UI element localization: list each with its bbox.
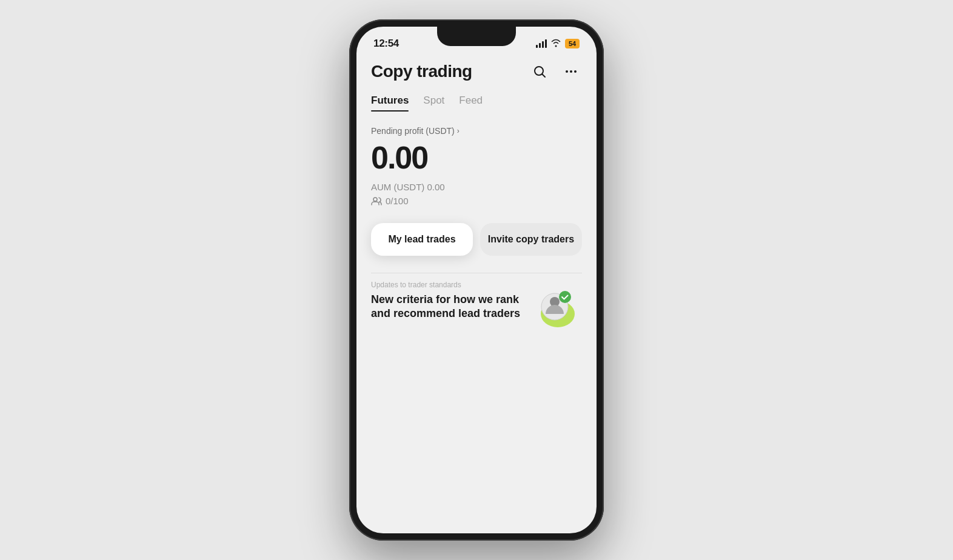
status-icons: 54 [536,39,580,49]
svg-point-5 [373,198,377,201]
chevron-right-icon: › [457,127,460,135]
tabs: Futures Spot Feed [371,95,582,112]
profit-value: 0.00 [371,139,582,176]
status-time: 12:54 [373,38,399,50]
page-content: Copy trading [356,56,597,328]
search-button[interactable] [529,61,550,82]
phone-wrapper: 12:54 54 [349,19,604,541]
more-options-button[interactable] [560,61,582,82]
svg-point-3 [570,70,572,73]
news-illustration [527,278,582,328]
svg-point-4 [574,70,577,73]
wifi-icon [550,39,561,49]
svg-point-9 [559,291,571,303]
news-title: New criteria for how we rank and recomme… [371,293,529,321]
ellipsis-icon [564,64,578,79]
signal-bar-1 [536,45,538,48]
aum-value: 0.00 [427,182,445,192]
svg-point-2 [566,70,568,73]
header-actions [529,61,582,82]
followers-count: 0/100 [386,196,409,206]
tab-spot[interactable]: Spot [423,95,444,112]
phone-screen: 12:54 54 [356,27,597,533]
signal-bars-icon [536,39,547,48]
lead-trades-button[interactable]: My lead trades [371,223,473,256]
phone-frame: 12:54 54 [349,19,604,541]
invite-traders-button[interactable]: Invite copy traders [480,223,582,256]
page-title: Copy trading [371,62,472,81]
battery-badge: 54 [565,39,580,48]
page-header: Copy trading [371,56,582,82]
svg-line-1 [543,75,546,78]
action-buttons: My lead trades Invite copy traders [371,223,582,256]
tab-futures[interactable]: Futures [371,95,409,112]
signal-bar-4 [545,39,547,48]
news-card[interactable]: Updates to trader standards New criteria… [371,273,582,328]
notch [437,27,516,46]
bottom-fade [364,478,589,526]
aum-row: AUM (USDT) 0.00 [371,182,582,192]
tab-feed[interactable]: Feed [459,95,483,112]
pending-profit-label[interactable]: Pending profit (USDT) › [371,126,582,136]
signal-bar-2 [539,43,541,48]
followers-row: 0/100 [371,196,582,206]
search-icon [532,64,547,79]
signal-bar-3 [542,41,544,48]
followers-icon [371,196,382,206]
